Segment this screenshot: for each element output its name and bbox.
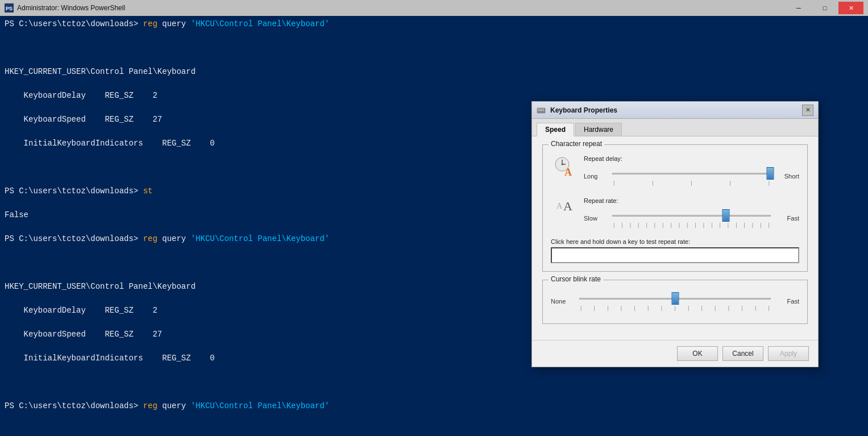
tab-hardware[interactable]: Hardware [575,123,622,136]
powershell-title: Administrator: Windows PowerShell [17,4,783,12]
svg-rect-5 [541,109,542,110]
repeat-delay-right-label: Short [776,173,799,180]
repeat-rate-controls: Repeat rate: Slow |||||||||||||||||||| [584,197,799,232]
repeat-delay-slider-row: Long ||||| Short [584,167,799,186]
repeat-rate-track-area [612,209,771,222]
cursor-blink-right-label: Fast [776,298,799,305]
cursor-blink-section: Cursor blink rate None ||||||||||||||| F… [542,280,808,324]
maximize-button[interactable]: □ [812,2,837,14]
character-repeat-label: Character repeat [549,140,604,148]
cursor-blink-track-area [579,292,771,305]
cursor-blink-label: Cursor blink rate [549,275,603,283]
repeat-delay-controls: Repeat delay: Long ||||| [584,155,799,190]
svg-rect-4 [539,109,541,110]
powershell-icon: PS [5,3,14,13]
svg-rect-8 [539,110,542,111]
test-box-label: Click here and hold down a key to test r… [551,238,799,245]
repeat-rate-slider-container: |||||||||||||||||||| [612,209,771,228]
cursor-blink-ticks: ||||||||||||||| [579,305,771,311]
svg-text:PS: PS [6,6,13,11]
ps-line-blank1 [5,42,863,54]
cancel-button[interactable]: Cancel [722,346,763,361]
repeat-rate-thumb[interactable] [722,209,730,222]
repeat-rate-test-input[interactable] [551,247,799,263]
svg-rect-9 [543,110,544,111]
dialog-footer: OK Cancel Apply [532,340,818,367]
repeat-delay-label: Repeat delay: [584,155,799,162]
dialog-title: Keyboard Properties [550,106,798,114]
test-box-area: Click here and hold down a key to test r… [551,238,799,263]
repeat-delay-track-area [612,167,771,180]
cursor-blink-slider-container: ||||||||||||||| [579,292,771,311]
svg-rect-7 [538,110,539,111]
repeat-rate-slider-row: Slow |||||||||||||||||||| Fast [584,209,799,228]
repeat-delay-left-label: Long [584,173,607,180]
ps-line-blank5 [5,424,863,436]
repeat-delay-slider-container: ||||| [612,167,771,186]
svg-rect-3 [538,109,539,110]
apply-button[interactable]: Apply [768,346,809,361]
dialog-tabs: Speed Hardware [532,119,818,136]
cursor-blink-thumb[interactable] [671,292,679,305]
close-button[interactable]: ✕ [838,2,863,14]
repeat-delay-ticks: ||||| [612,180,771,186]
repeat-rate-track [612,215,771,217]
powershell-titlebar: PS Administrator: Windows PowerShell ─ □… [0,0,868,16]
minimize-button[interactable]: ─ [786,2,811,14]
cursor-blink-left-label: None [551,298,574,305]
ps-line-13: PS C:\users\tctoz\downloads> reg query '… [5,400,863,412]
dialog-titlebar: Keyboard Properties ✕ [532,102,818,119]
ps-line-2: HKEY_CURRENT_USER\Control Panel\Keyboard [5,66,863,78]
repeat-rate-right-label: Fast [776,215,799,222]
dialog-close-button[interactable]: ✕ [802,105,813,116]
svg-text:A: A [564,167,572,178]
ps-line-blank4 [5,376,863,388]
window-controls: ─ □ ✕ [786,2,863,14]
character-repeat-section: Character repeat A Repeat [542,144,808,272]
cursor-blink-track [579,298,771,300]
repeat-rate-icon: A A [551,197,578,215]
aa-small-icon: A [556,202,562,211]
repeat-rate-ticks: |||||||||||||||||||| [612,222,771,228]
repeat-delay-track [612,173,771,175]
svg-rect-6 [543,109,544,110]
aa-large-icon: A [563,199,572,214]
keyboard-properties-dialog: Keyboard Properties ✕ Speed Hardware Cha… [531,101,819,367]
ps-line-3: KeyboardDelay REG_SZ 2 [5,90,863,102]
repeat-rate-label: Repeat rate: [584,197,799,204]
repeat-delay-icon: A [551,155,578,178]
dialog-icon [537,106,546,115]
repeat-rate-left-label: Slow [584,215,607,222]
cursor-blink-slider-row: None ||||||||||||||| Fast [551,292,799,311]
dialog-body: Character repeat A Repeat [532,136,818,340]
repeat-delay-thumb[interactable] [767,167,774,180]
ps-line-1: PS C:\users\tctoz\downloads> reg query '… [5,18,863,30]
ok-button[interactable]: OK [677,346,718,361]
tab-speed[interactable]: Speed [537,123,574,136]
